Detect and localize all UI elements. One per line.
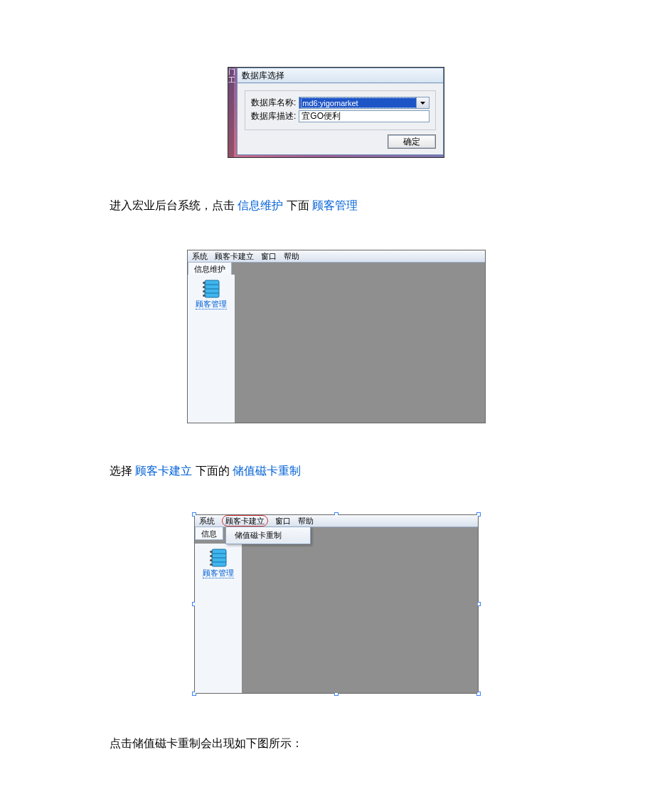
document-page: 门 工 数据库选择 数据库名称: md6:yigomarket [0,0,672,799]
dialog-window: 数据库选择 数据库名称: md6:yigomarket 数据库描述: [237,68,444,155]
tab-info[interactable]: 信息 [195,527,223,539]
db-desc-row: 数据库描述: 宜GO便利 [251,110,430,122]
menubar: 系统 顾客卡建立 窗口 帮助 [195,515,478,527]
svg-rect-5 [203,286,206,288]
chevron-down-icon [420,102,425,105]
main-pane [235,275,485,423]
svg-rect-13 [210,555,213,557]
svg-rect-7 [203,295,206,297]
combo-dropdown-button[interactable] [416,97,429,108]
db-desc-input[interactable]: 宜GO便利 [299,110,430,122]
text: 下面 [287,199,312,211]
menubar: 系统 顾客卡建立 窗口 帮助 [188,250,485,263]
menu-window[interactable]: 窗口 [275,515,291,527]
svg-rect-6 [203,290,206,292]
dialog-left-strip: 门 工 [228,68,234,157]
db-select-dialog: 门 工 数据库选择 数据库名称: md6:yigomarket [228,68,444,157]
dialog-title: 数据库选择 [237,68,444,83]
menu-customer-card-highlighted[interactable]: 顾客卡建立 [222,515,268,527]
menu-customer-card[interactable]: 顾客卡建立 [215,250,254,262]
sidebar: 顾客管理 [195,544,242,693]
link-info-maintain: 信息维护 [238,199,283,211]
notebook-icon[interactable] [201,279,221,299]
main-pane [242,544,478,693]
notebook-icon[interactable] [208,548,228,568]
app-screenshot-1: 系统 顾客卡建立 窗口 帮助 信息维护 顾客管理 [188,250,485,423]
menu-system[interactable]: 系统 [199,515,215,527]
app-screenshot-2: 系统 顾客卡建立 窗口 帮助 信息 顾客管理 [195,515,478,693]
dialog-body: 数据库名称: md6:yigomarket 数据库描述: 宜GO便利 [237,83,444,155]
link-customer-card: 顾客卡建立 [135,465,192,477]
tab-strip: 信息维护 [188,262,232,275]
menu-help[interactable]: 帮助 [298,515,314,527]
link-card-remake: 储值磁卡重制 [233,465,301,477]
field-group: 数据库名称: md6:yigomarket 数据库描述: 宜GO便利 [245,90,436,130]
db-name-combo[interactable]: md6:yigomarket [299,97,430,109]
doc-paragraph-2: 选择 顾客卡建立 下面的 储值磁卡重制 [110,462,562,480]
text: 选择 [110,465,132,477]
text: 下面的 [196,465,230,477]
doc-paragraph-3: 点击储值磁卡重制会出现如下图所示： [110,734,562,753]
svg-rect-14 [210,559,213,561]
sidebar-item-customer-manage[interactable]: 顾客管理 [196,300,227,309]
db-desc-label: 数据库描述: [251,110,296,122]
dropdown-panel: 储值磁卡重制 [225,527,311,544]
db-name-label: 数据库名称: [251,97,296,109]
db-name-row: 数据库名称: md6:yigomarket [251,97,430,109]
sidebar-item-customer-manage[interactable]: 顾客管理 [203,569,234,578]
link-customer-manage: 顾客管理 [312,199,358,211]
doc-paragraph-1: 进入宏业后台系统，点击 信息维护 下面 顾客管理 [110,196,562,215]
svg-rect-12 [210,551,213,553]
menu-window[interactable]: 窗口 [261,250,277,262]
dropdown-item-card-remake[interactable]: 储值磁卡重制 [226,529,310,541]
ok-button[interactable]: 确定 [388,134,436,149]
text: 进入宏业后台系统，点击 [110,199,238,211]
db-name-value: md6:yigomarket [301,97,417,108]
menu-system[interactable]: 系统 [192,250,208,262]
sidebar: 顾客管理 [188,275,235,423]
tab-info-maintain[interactable]: 信息维护 [188,262,232,275]
menu-help[interactable]: 帮助 [284,250,299,262]
svg-rect-15 [210,563,213,566]
button-row: 确定 [245,134,436,149]
tab-strip: 信息 [195,527,223,540]
svg-rect-4 [203,282,206,284]
